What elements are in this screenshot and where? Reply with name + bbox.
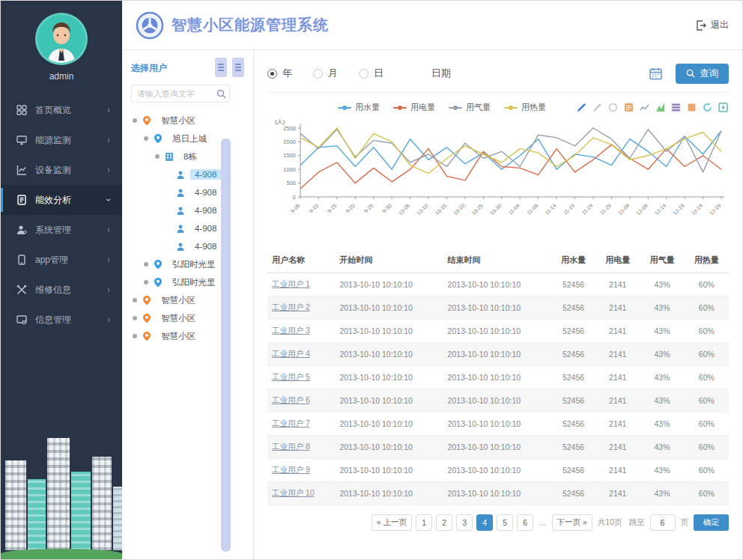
user-name-link[interactable]: 工业用户 9 [272, 465, 310, 474]
user-name-cell: 工业用户 8 [267, 436, 335, 459]
toolbox-circle-icon[interactable] [607, 102, 619, 113]
radio-circle-icon[interactable] [313, 69, 323, 79]
line-chart[interactable]: (人)050010001500200025009-059-109-159-209… [267, 116, 730, 234]
x-tick-label: 10-30 [489, 203, 503, 216]
sidebar-item-home-overview[interactable]: 首页概览 › [1, 95, 122, 125]
radio-circle-icon[interactable] [359, 69, 369, 79]
calendar-icon[interactable] [649, 67, 662, 80]
radio-circle-icon[interactable] [267, 69, 277, 79]
user-name-link[interactable]: 工业用户 10 [272, 488, 315, 497]
toolbox-pencil-icon[interactable] [592, 102, 603, 113]
page-button-2[interactable]: 2 [436, 514, 452, 531]
y-tick-label: 500 [286, 180, 296, 186]
legend-item-用热量[interactable]: 用热量 [504, 102, 546, 113]
tree-panel-header: 选择用户 [131, 58, 244, 77]
tree-node[interactable]: 智慧小区 [131, 112, 244, 130]
chevron-right-icon: › [107, 165, 110, 175]
user-name-cell: 工业用户 9 [267, 459, 335, 482]
table-cell: 52456 [551, 482, 595, 505]
sidebar-item-energy-monitor[interactable]: 能源监测 › [1, 125, 122, 155]
toolbox-save-image-icon[interactable] [718, 102, 729, 113]
radio-label: 日 [374, 67, 383, 80]
total-pages-label: 共10页 [598, 517, 622, 528]
user-name-link[interactable]: 工业用户 8 [272, 442, 310, 451]
legend-label: 用电量 [410, 102, 435, 113]
tree-expander-icon[interactable] [144, 280, 148, 284]
page-button-3[interactable]: 3 [456, 514, 473, 531]
user-name-link[interactable]: 工业用户 5 [272, 372, 310, 381]
legend-item-用水量[interactable]: 用水量 [338, 102, 380, 113]
logout-button[interactable]: 退出 [695, 19, 729, 31]
x-tick-label: 12-24 [691, 203, 704, 216]
page-button-1[interactable]: 1 [416, 514, 432, 531]
legend-item-用电量[interactable]: 用电量 [393, 102, 435, 113]
toolbox-brush-icon[interactable] [576, 102, 587, 113]
tree-node-label: 智慧小区 [157, 312, 200, 325]
page-button-6[interactable]: 6 [517, 514, 533, 531]
table-cell: 60% [685, 343, 729, 366]
page-button-4[interactable]: 4 [476, 514, 493, 531]
user-name-link[interactable]: 工业用户 2 [272, 302, 310, 311]
user-name-link[interactable]: 工业用户 3 [272, 326, 310, 335]
legend-item-用气量[interactable]: 用气量 [449, 102, 491, 113]
toolbox-line-chart-icon[interactable] [639, 102, 650, 113]
toolbox-data-zoom-icon[interactable] [686, 102, 697, 113]
table-cell: 52456 [551, 389, 595, 413]
user-name-link[interactable]: 工业用户 6 [272, 395, 310, 404]
date-input[interactable] [457, 64, 569, 82]
sidebar-item-app-manage[interactable]: app管理 › [1, 245, 122, 275]
toolbox-bar-chart-icon[interactable] [655, 102, 666, 113]
period-radio-日[interactable]: 日 [359, 67, 383, 80]
tree-expander-icon[interactable] [144, 136, 148, 141]
search-icon[interactable] [216, 88, 226, 102]
toolbox-refresh-icon[interactable] [702, 102, 713, 113]
tree-search-input[interactable] [131, 85, 230, 103]
table-cell: 2013-10-10 10:10:10 [335, 413, 443, 436]
avatar[interactable] [35, 13, 88, 65]
pin-blue-icon [154, 133, 164, 144]
table-cell: 2013-10-10 10:10:10 [443, 482, 551, 505]
table-cell: 2013-10-10 10:10:10 [335, 366, 443, 389]
tree-node-label: 8栋 [179, 150, 201, 163]
legend-marker-icon [449, 105, 462, 111]
sidebar-item-system-manage[interactable]: 系统管理 › [1, 215, 122, 245]
table-cell: 52456 [551, 366, 595, 389]
sidebar-item-message-manage[interactable]: 信息管理 › [1, 305, 122, 335]
goto-page-input[interactable] [650, 514, 676, 531]
expand-all-button[interactable] [232, 58, 244, 77]
tree-node-label: 4-908 [190, 169, 221, 180]
user-name-link[interactable]: 工业用户 7 [272, 419, 310, 427]
efficiency-analysis-icon [16, 194, 28, 206]
x-tick-label: 9-30 [381, 203, 392, 214]
table-row: 工业用户 62013-10-10 10:10:102013-10-10 10:1… [267, 389, 729, 413]
tree-expander-icon[interactable] [133, 298, 137, 302]
toolbox-stack-chart-icon[interactable] [670, 102, 682, 113]
tree-expander-icon[interactable] [133, 334, 137, 338]
sidebar-item-device-monitor[interactable]: 设备监测 › [1, 155, 122, 185]
tree-expander-icon[interactable] [144, 262, 148, 267]
tree-search [131, 85, 230, 103]
toolbox-data-view-icon[interactable] [623, 102, 634, 113]
collapse-all-button[interactable] [215, 58, 227, 77]
user-name-link[interactable]: 工业用户 1 [272, 279, 310, 288]
table-cell: 52456 [551, 296, 595, 320]
prev-page-button[interactable]: « 上一页 [372, 514, 412, 531]
goto-confirm-button[interactable]: 确定 [694, 514, 729, 531]
tree-expander-icon[interactable] [133, 118, 137, 123]
query-button[interactable]: 查询 [676, 64, 729, 84]
period-radio-月[interactable]: 月 [313, 67, 338, 80]
x-tick-label: 10-20 [452, 203, 466, 216]
table-cell: 2013-10-10 10:10:10 [335, 343, 443, 366]
sidebar-item-efficiency-analysis[interactable]: 能效分析 › [1, 185, 122, 215]
avatar-illustration [37, 15, 85, 63]
period-radio-年[interactable]: 年 [267, 67, 292, 80]
sidebar-item-maintenance-info[interactable]: 维修信息 › [1, 275, 122, 305]
tree-expander-icon[interactable] [155, 154, 160, 159]
user-name-link[interactable]: 工业用户 4 [272, 349, 310, 358]
x-tick-label: 9-10 [308, 203, 319, 214]
tree-expander-icon[interactable] [133, 316, 137, 320]
next-page-button[interactable]: 下一页 » [552, 514, 592, 531]
page-button-5[interactable]: 5 [497, 514, 513, 531]
x-tick-label: 12-19 [672, 203, 685, 216]
tree-scrollbar[interactable] [221, 139, 231, 552]
